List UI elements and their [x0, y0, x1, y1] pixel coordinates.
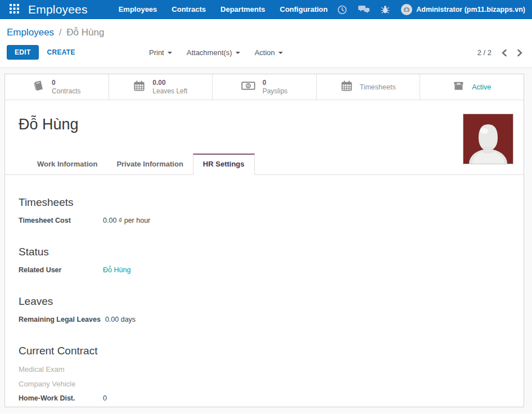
breadcrumb-separator: /	[57, 27, 64, 38]
home-work-dist-value: 0	[103, 394, 107, 402]
field-label: Company Vehicle	[19, 380, 103, 388]
breadcrumb: Employees / Đỗ Hùng	[7, 26, 523, 39]
form-sheet: 0 Contracts	[4, 74, 524, 407]
archive-box-icon	[453, 80, 465, 94]
attachments-dropdown[interactable]: Attachment(s)	[187, 48, 240, 57]
print-dropdown-label: Print	[149, 48, 164, 57]
breadcrumb-employees-link[interactable]: Employees	[7, 27, 54, 38]
action-dropdown-label: Action	[255, 48, 275, 57]
activities-clock-icon[interactable]	[337, 5, 347, 15]
menu-departments[interactable]: Departments	[213, 0, 272, 19]
field-row-company-vehicle: Company Vehicle	[19, 380, 510, 388]
payslips-label: Payslips	[263, 87, 288, 96]
action-dropdowns: Print Attachment(s) Action	[149, 48, 283, 57]
active-status-label: Active	[472, 83, 491, 91]
tab-private-information[interactable]: Private Information	[107, 154, 192, 174]
messages-chat-icon[interactable]	[358, 5, 369, 14]
pager-count: 2 / 2	[477, 48, 492, 57]
stat-button-leaves-left[interactable]: 0.00 Leaves Left	[109, 74, 213, 100]
banknote-icon: 0	[241, 80, 255, 93]
pager-previous-button[interactable]	[501, 49, 507, 57]
apps-grid-icon	[10, 4, 19, 16]
field-row-home-work-dist: Home-Work Dist. 0	[19, 394, 510, 402]
leaves-left-count: 0.00	[152, 79, 187, 87]
control-panel: Employees / Đỗ Hùng EDIT CREATE Print At…	[0, 19, 532, 68]
main-menu: Employees Contracts Departments Configur…	[111, 0, 335, 19]
breadcrumb-current-record: Đỗ Hùng	[66, 27, 104, 38]
menu-configuration[interactable]: Configuration	[273, 0, 335, 19]
svg-text:0: 0	[247, 83, 249, 88]
contracts-label: Contracts	[52, 87, 80, 96]
user-name-label: Administrator (pm11.bizapps.vn)	[416, 6, 525, 14]
field-row-timesheet-cost: Timesheet Cost 0.00 ₫ per hour	[19, 217, 510, 224]
print-dropdown[interactable]: Print	[149, 48, 172, 57]
field-label: Remaining Legal Leaves	[19, 316, 105, 323]
tab-hr-settings[interactable]: HR Settings	[193, 154, 255, 175]
apps-menu-button[interactable]	[4, 0, 24, 19]
stat-button-contracts[interactable]: 0 Contracts	[5, 74, 109, 100]
stat-button-active[interactable]: Active	[420, 74, 524, 100]
remaining-leaves-value: 0.00 days	[105, 316, 136, 323]
timesheets-label: Timesheets	[360, 83, 396, 91]
stat-button-timesheets[interactable]: Timesheets	[317, 74, 421, 100]
chevron-down-icon	[236, 52, 240, 54]
chevron-down-icon	[168, 52, 172, 54]
stat-button-payslips[interactable]: 0 0 Payslips	[213, 74, 317, 100]
field-label: Home-Work Dist.	[19, 394, 103, 402]
field-row-related-user: Related User Đỗ Hùng	[19, 266, 510, 274]
user-menu[interactable]: Administrator (pm11.bizapps.vn)	[401, 4, 525, 15]
chevron-down-icon	[278, 52, 283, 54]
employee-name-heading: Đỗ Hùng	[19, 100, 510, 133]
section-title: Timesheets	[19, 196, 510, 209]
section-title: Status	[19, 246, 510, 258]
top-navbar: Employees Employees Contracts Department…	[0, 0, 532, 19]
section-timesheets: Timesheets Timesheet Cost 0.00 ₫ per hou…	[19, 196, 510, 224]
field-label: Related User	[19, 266, 103, 274]
tab-work-information[interactable]: Work Information	[28, 154, 107, 174]
section-title: Leaves	[19, 295, 510, 308]
attachments-dropdown-label: Attachment(s)	[187, 48, 232, 57]
menu-employees[interactable]: Employees	[111, 0, 165, 19]
page-background: 0 Contracts	[0, 68, 532, 413]
user-avatar	[401, 4, 412, 15]
edit-button[interactable]: EDIT	[7, 45, 39, 60]
action-dropdown[interactable]: Action	[255, 48, 283, 57]
record-pager: 2 / 2	[477, 48, 523, 57]
section-title: Current Contract	[19, 345, 510, 357]
contracts-count: 0	[52, 79, 80, 87]
payslips-count: 0	[263, 79, 288, 87]
book-icon	[33, 80, 44, 94]
timesheet-cost-value: 0.00 ₫ per hour	[103, 217, 150, 224]
navbar-right: Administrator (pm11.bizapps.vn)	[337, 4, 525, 15]
debug-bug-icon[interactable]	[381, 5, 390, 14]
stat-button-row: 0 Contracts	[5, 74, 524, 100]
section-status: Status Related User Đỗ Hùng	[19, 246, 510, 274]
field-label: Medical Exam	[19, 365, 103, 374]
app-brand-title[interactable]: Employees	[28, 3, 88, 16]
menu-contracts[interactable]: Contracts	[164, 0, 213, 19]
field-row-remaining-legal-leaves: Remaining Legal Leaves 0.00 days	[19, 316, 510, 323]
form-body: Đỗ Hùng Work Information Private Informa…	[5, 100, 524, 402]
create-button[interactable]: CREATE	[47, 48, 75, 56]
employee-photo[interactable]	[463, 114, 513, 164]
pager-next-button[interactable]	[517, 49, 523, 57]
section-current-contract: Current Contract Medical Exam Company Ve…	[19, 345, 510, 402]
related-user-link[interactable]: Đỗ Hùng	[103, 266, 130, 274]
leaves-left-label: Leaves Left	[152, 87, 187, 96]
calendar-icon	[341, 80, 353, 94]
field-label: Timesheet Cost	[19, 217, 103, 224]
calendar-icon	[133, 80, 145, 94]
section-leaves: Leaves Remaining Legal Leaves 0.00 days	[19, 295, 510, 323]
notebook-tabs: Work Information Private Information HR …	[5, 154, 524, 175]
field-row-medical-exam: Medical Exam	[19, 365, 510, 374]
